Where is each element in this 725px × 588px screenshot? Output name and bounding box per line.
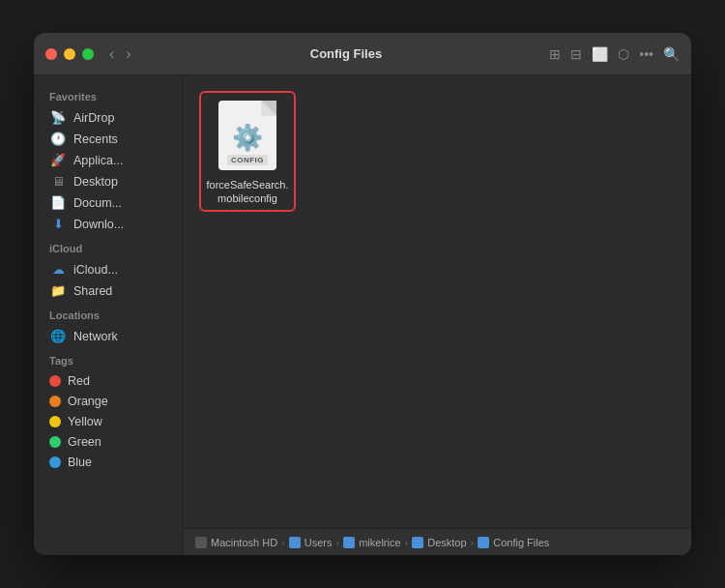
- file-item-mobileconfig[interactable]: ⚙️ CONFIG forceSafeSearch. mobileconfig: [199, 91, 296, 212]
- breadcrumb-item-mikelrice[interactable]: mikelrice: [343, 537, 400, 548]
- nav-buttons: ‹ ›: [105, 44, 135, 65]
- user-icon: [343, 537, 355, 548]
- airdrop-icon: 📡: [49, 110, 67, 125]
- icloud-icon: ☁: [49, 262, 67, 277]
- sidebar-item-network[interactable]: 🌐 Network: [38, 326, 179, 346]
- breadcrumb-label: Config Files: [493, 537, 549, 548]
- more-icon[interactable]: •••: [639, 46, 653, 62]
- window-title: Config Files: [143, 46, 550, 61]
- sidebar-item-airdrop[interactable]: 📡 AirDrop: [38, 107, 179, 128]
- sidebar-item-tag-green[interactable]: Green: [38, 432, 179, 452]
- sidebar-item-label: Applica...: [73, 154, 123, 167]
- sidebar-item-label: Downlo...: [73, 218, 124, 231]
- tag-blue-dot: [49, 456, 61, 468]
- recents-icon: 🕐: [49, 132, 67, 146]
- breadcrumb-item-config-files[interactable]: Config Files: [478, 537, 549, 548]
- list-view-icon[interactable]: ⊟: [570, 46, 582, 62]
- breadcrumb-label: mikelrice: [359, 537, 400, 548]
- forward-button[interactable]: ›: [122, 44, 134, 65]
- titlebar-actions: ⊞ ⊟ ⬜ ⬡ ••• 🔍: [549, 46, 680, 62]
- breadcrumb-sep: ›: [281, 537, 285, 548]
- titlebar: ‹ › Config Files ⊞ ⊟ ⬜ ⬡ ••• 🔍: [34, 33, 691, 75]
- breadcrumb-sep: ›: [335, 537, 339, 548]
- sidebar-item-label: Recents: [73, 132, 118, 146]
- applications-icon: 🚀: [49, 153, 67, 167]
- tag-icon[interactable]: ⬡: [618, 46, 629, 62]
- desktop-icon: 🖥: [49, 174, 67, 189]
- search-icon[interactable]: 🔍: [663, 46, 680, 62]
- file-grid: ⚙️ CONFIG forceSafeSearch. mobileconfig: [184, 75, 691, 528]
- tag-green-dot: [49, 436, 61, 448]
- tag-yellow-dot: [49, 416, 61, 427]
- icloud-header: iCloud: [34, 235, 183, 258]
- sidebar-item-label: iCloud...: [73, 263, 118, 277]
- documents-icon: 📄: [49, 195, 67, 210]
- breadcrumb-label: Users: [304, 537, 333, 548]
- sidebar-item-label: Desktop: [73, 175, 118, 189]
- breadcrumb: Macintosh HD › Users › mikelrice ›: [195, 537, 549, 548]
- sidebar-item-downloads[interactable]: ⬇ Downlo...: [38, 214, 179, 234]
- sidebar-item-label: Orange: [68, 395, 108, 408]
- sidebar-item-icloud-drive[interactable]: ☁ iCloud...: [38, 259, 179, 279]
- breadcrumb-item-users[interactable]: Users: [289, 537, 333, 548]
- folder-icon: [478, 537, 489, 548]
- main-body: Favorites 📡 AirDrop 🕐 Recents 🚀 Applica.…: [34, 75, 691, 555]
- downloads-icon: ⬇: [49, 217, 67, 231]
- sidebar-item-label: Green: [68, 435, 102, 449]
- sidebar-item-tag-yellow[interactable]: Yellow: [38, 412, 179, 431]
- sidebar-item-desktop[interactable]: 🖥 Desktop: [38, 171, 179, 191]
- breadcrumb-label: Macintosh HD: [211, 537, 277, 548]
- breadcrumb-sep: ›: [405, 537, 409, 548]
- shared-icon: 📁: [49, 283, 67, 298]
- breadcrumb-label: Desktop: [427, 537, 466, 548]
- traffic-lights: [45, 48, 94, 60]
- file-name-line1: forceSafeSearch.: [207, 179, 289, 191]
- sidebar-item-label: Blue: [68, 456, 92, 469]
- grid-view-icon[interactable]: ⊞: [549, 46, 561, 62]
- file-doc-fold: [261, 101, 276, 116]
- sidebar: Favorites 📡 AirDrop 🕐 Recents 🚀 Applica.…: [34, 75, 184, 555]
- breadcrumb-item-desktop[interactable]: Desktop: [412, 537, 466, 548]
- sidebar-item-tag-blue[interactable]: Blue: [38, 453, 179, 472]
- file-name: forceSafeSearch. mobileconfig: [207, 178, 289, 206]
- sidebar-item-label: AirDrop: [73, 111, 114, 125]
- maximize-button[interactable]: [82, 48, 94, 60]
- tag-red-dot: [49, 375, 61, 387]
- finder-window: ‹ › Config Files ⊞ ⊟ ⬜ ⬡ ••• 🔍 Favorites…: [34, 33, 691, 555]
- close-button[interactable]: [45, 48, 57, 60]
- tag-orange-dot: [49, 396, 61, 407]
- breadcrumb-item-hd[interactable]: Macintosh HD: [195, 537, 277, 548]
- sidebar-item-documents[interactable]: 📄 Docum...: [38, 192, 179, 213]
- file-name-line2: mobileconfig: [218, 192, 277, 204]
- file-doc-shape: ⚙️ CONFIG: [218, 101, 276, 170]
- minimize-button[interactable]: [64, 48, 75, 60]
- network-icon: 🌐: [49, 329, 67, 343]
- gear-icon: ⚙️: [232, 123, 263, 153]
- sidebar-item-shared[interactable]: 📁 Shared: [38, 280, 179, 301]
- sidebar-item-tag-orange[interactable]: Orange: [38, 392, 179, 411]
- file-icon-wrapper: ⚙️ CONFIG: [213, 97, 282, 174]
- hd-icon: [195, 537, 207, 548]
- tags-header: Tags: [34, 347, 183, 370]
- sidebar-item-label: Network: [73, 330, 118, 343]
- sidebar-item-label: Yellow: [68, 415, 102, 428]
- bottombar: Macintosh HD › Users › mikelrice ›: [184, 528, 691, 555]
- sidebar-item-applications[interactable]: 🚀 Applica...: [38, 150, 179, 170]
- sidebar-item-label: Docum...: [73, 196, 122, 210]
- locations-header: Locations: [34, 302, 183, 325]
- sidebar-item-recents[interactable]: 🕐 Recents: [38, 129, 179, 149]
- back-button[interactable]: ‹: [105, 44, 118, 65]
- share-icon[interactable]: ⬜: [592, 46, 608, 62]
- content-area: ⚙️ CONFIG forceSafeSearch. mobileconfig: [184, 75, 691, 555]
- users-icon: [289, 537, 301, 548]
- sidebar-item-label: Red: [68, 374, 90, 388]
- config-label: CONFIG: [227, 155, 268, 165]
- sidebar-item-label: Shared: [73, 284, 112, 298]
- breadcrumb-sep: ›: [471, 537, 475, 548]
- sidebar-item-tag-red[interactable]: Red: [38, 371, 179, 391]
- favorites-header: Favorites: [34, 83, 183, 106]
- desktop-bc-icon: [412, 537, 423, 548]
